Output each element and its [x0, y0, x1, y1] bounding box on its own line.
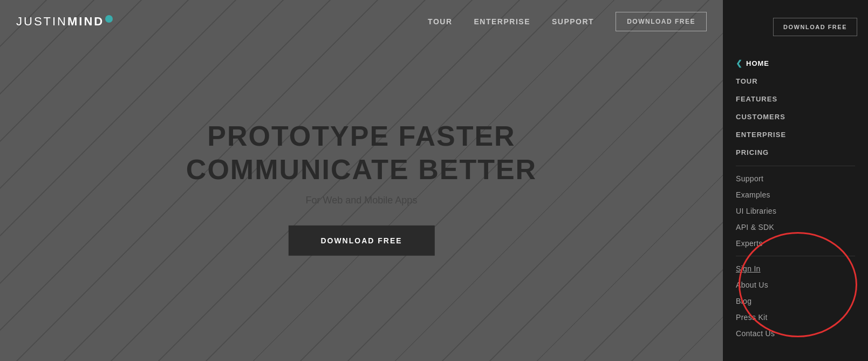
sidebar-item-api-sdk[interactable]: API & SDK [723, 219, 868, 235]
nav-link-support[interactable]: SUPPORT [552, 17, 594, 26]
sidebar-top: DOWNLOAD FREE [723, 5, 868, 49]
hero-download-btn[interactable]: DOWNLOAD FREE [288, 226, 434, 256]
sidebar-item-tour[interactable]: TOUR [723, 72, 868, 90]
sidebar-item-pricing[interactable]: PRICING [723, 144, 868, 161]
sidebar-item-ui-libraries[interactable]: UI Libraries [723, 203, 868, 219]
sidebar-item-support[interactable]: Support [723, 171, 868, 187]
nav-link-tour[interactable]: TOUR [428, 17, 452, 26]
sidebar-item-features[interactable]: FEATURES [723, 90, 868, 108]
sidebar-item-examples[interactable]: Examples [723, 187, 868, 203]
sidebar-item-blog[interactable]: Blog [723, 293, 868, 309]
sidebar-item-enterprise[interactable]: ENTERPRISE [723, 126, 868, 144]
sidebar-divider-1 [736, 166, 855, 166]
sidebar-item-contact-us[interactable]: Contact Us [723, 325, 868, 342]
navbar: JUSTINMIND TOUR ENTERPRISE SUPPORT DOWNL… [0, 0, 723, 43]
chevron-left-icon: ❮ [736, 59, 743, 67]
logo-text: JUSTINMIND [16, 15, 104, 29]
sidebar-divider-2 [736, 256, 855, 256]
main-content: JUSTINMIND TOUR ENTERPRISE SUPPORT DOWNL… [0, 0, 723, 361]
hero-title: PROTOTYPE FASTER COMMUNICATE BETTER [186, 119, 537, 186]
nav-links: TOUR ENTERPRISE SUPPORT DOWNLOAD FREE [428, 12, 707, 31]
sidebar-item-customers[interactable]: CUSTOMERS [723, 108, 868, 126]
logo: JUSTINMIND [16, 15, 113, 29]
download-btn-nav[interactable]: DOWNLOAD FREE [616, 12, 707, 31]
sidebar-item-experts[interactable]: Experts [723, 235, 868, 251]
sidebar-item-sign-in[interactable]: Sign In [723, 261, 868, 277]
sidebar-nav: ❮ HOME TOUR FEATURES CUSTOMERS ENTERPRIS… [723, 49, 868, 342]
logo-dot [105, 15, 113, 23]
sidebar: DOWNLOAD FREE ❮ HOME TOUR FEATURES CUSTO… [723, 0, 868, 361]
sidebar-item-home[interactable]: ❮ HOME [723, 54, 868, 72]
nav-link-enterprise[interactable]: ENTERPRISE [474, 17, 530, 26]
sidebar-download-btn[interactable]: DOWNLOAD FREE [773, 18, 857, 36]
sidebar-item-about-us[interactable]: About Us [723, 277, 868, 293]
hero-section: PROTOTYPE FASTER COMMUNICATE BETTER For … [186, 119, 537, 256]
sidebar-item-press-kit[interactable]: Press Kit [723, 309, 868, 325]
hero-subtitle: For Web and Mobile Apps [186, 195, 537, 206]
